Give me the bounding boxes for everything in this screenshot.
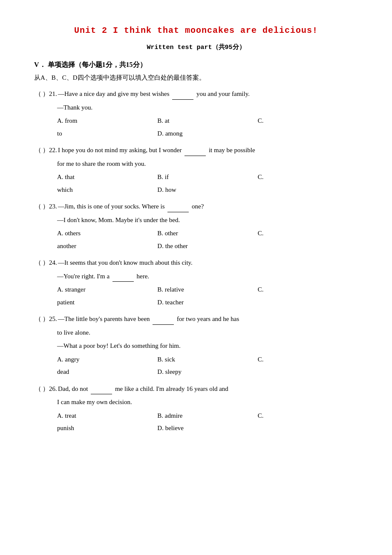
q22-optC-cont: which: [57, 185, 157, 196]
q26-optA: A. treat: [57, 410, 157, 422]
question-23: （ ）23. —Jim, this is one of your socks. …: [34, 201, 358, 251]
q21-optA: A. from: [57, 116, 157, 127]
q23-options-abc: A. others B. other C.: [57, 228, 358, 239]
section-label: V． 单项选择（每小题1分，共15分）: [34, 61, 358, 69]
q25-optC: C.: [258, 354, 358, 365]
q23-optC-cont: another: [57, 241, 157, 252]
question-25: （ ）25. —The little boy's parents have be…: [34, 314, 358, 378]
q24-optA: A. stranger: [57, 284, 157, 295]
q23-optB: B. other: [157, 228, 257, 239]
q23-optA: A. others: [57, 228, 157, 239]
q24-stem: —It seems that you don't know much about…: [58, 257, 358, 269]
q25-options-d: dead D. sleepy: [57, 367, 358, 378]
q25-optB: B. sick: [157, 354, 257, 365]
q25-num: ）25.: [43, 314, 58, 325]
q26-optC-cont: punish: [57, 423, 157, 434]
q22-optA: A. that: [57, 172, 157, 183]
q25-optD: D. sleepy: [157, 367, 358, 378]
question-22: （ ）22. I hope you do not mind my asking,…: [34, 145, 358, 195]
subtitle: Written test part（共95分）: [34, 43, 358, 51]
q24-optD: D. teacher: [157, 297, 358, 308]
q25-stem: —The little boy's parents have been for …: [58, 314, 358, 325]
q21-num: ）21.: [43, 89, 58, 100]
q25-dialog2: —What a poor boy! Let's do something for…: [57, 341, 358, 352]
q26-optD: D. believe: [157, 423, 358, 434]
q24-optC: C.: [258, 284, 358, 295]
q21-stem: —Have a nice day and give my best wishes…: [58, 89, 358, 100]
q24-dialog2: —You're right. I'm a here.: [57, 271, 358, 282]
q21-paren: （: [34, 89, 42, 100]
q26-optB: B. admire: [157, 410, 257, 422]
q22-options-d: which D. how: [57, 185, 358, 196]
q24-num: ）24.: [43, 257, 58, 269]
page-title: Unit 2 I think that mooncakes are delici…: [34, 26, 358, 35]
q23-optC: C.: [258, 228, 358, 239]
q21-optB: B. at: [157, 116, 257, 127]
q26-cont: I can make my own decision.: [57, 397, 358, 408]
q21-optD: D. among: [157, 128, 358, 139]
q22-optD: D. how: [157, 185, 358, 196]
q21-options-abc: A. from B. at C.: [57, 116, 358, 127]
q23-optD: D. the other: [157, 241, 358, 252]
q25-cont: to live alone.: [57, 327, 358, 338]
q26-stem: Dad, do not me like a child. I'm already…: [58, 384, 358, 395]
q23-num: ）23.: [43, 201, 58, 212]
q24-options-abc: A. stranger B. relative C.: [57, 284, 358, 295]
q26-options-d: punish D. believe: [57, 423, 358, 434]
question-26: （ ）26. Dad, do not me like a child. I'm …: [34, 384, 358, 434]
q21-dialog2: —Thank you.: [57, 102, 358, 113]
q25-paren: （: [34, 314, 42, 325]
q22-options-abc: A. that B. if C.: [57, 172, 358, 183]
q25-optA: A. angry: [57, 354, 157, 365]
q26-optC: C.: [258, 410, 358, 422]
q22-optC: C.: [258, 172, 358, 183]
q21-optC-cont: to: [57, 128, 157, 139]
instruction: 从A、B、C、D四个选项中选择可以填入空白处的最佳答案。: [34, 74, 358, 82]
q23-dialog2: —I don't know, Mom. Maybe it's under the…: [57, 215, 358, 226]
question-21: （ ）21. —Have a nice day and give my best…: [34, 89, 358, 139]
q26-num: ）26.: [43, 384, 58, 395]
q22-optB: B. if: [157, 172, 257, 183]
q26-paren: （: [34, 384, 42, 395]
q22-stem: I hope you do not mind my asking, but I …: [58, 145, 358, 156]
q22-paren: （: [34, 145, 42, 156]
q24-options-d: patient D. teacher: [57, 297, 358, 308]
q24-paren: （: [34, 257, 42, 269]
q21-options-d: to D. among: [57, 128, 358, 139]
q24-optC-cont: patient: [57, 297, 157, 308]
q23-paren: （: [34, 201, 42, 212]
q22-num: ）22.: [43, 145, 58, 156]
q25-optC-cont: dead: [57, 367, 157, 378]
q21-optC: C.: [258, 116, 358, 127]
q24-optB: B. relative: [157, 284, 257, 295]
q25-options-abc: A. angry B. sick C.: [57, 354, 358, 365]
q23-stem: —Jim, this is one of your socks. Where i…: [58, 201, 358, 212]
q22-cont: for me to share the room with you.: [57, 159, 358, 170]
question-24: （ ）24. —It seems that you don't know muc…: [34, 257, 358, 308]
q23-options-d: another D. the other: [57, 241, 358, 252]
q26-options-abc: A. treat B. admire C.: [57, 410, 358, 422]
